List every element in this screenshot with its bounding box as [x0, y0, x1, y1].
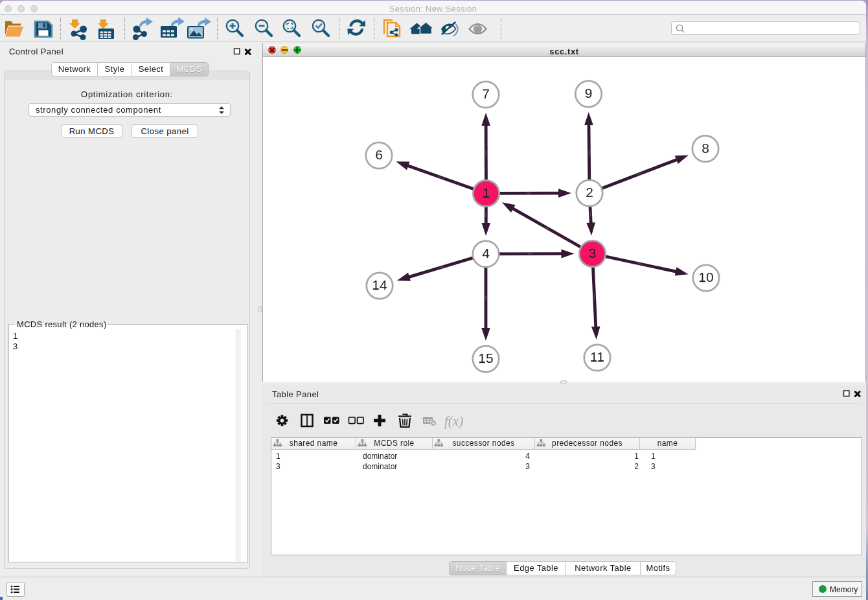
svg-text:1: 1: [483, 185, 490, 200]
svg-text:4: 4: [482, 246, 490, 260]
svg-text:2: 2: [586, 185, 593, 200]
svg-text:8: 8: [702, 141, 709, 156]
svg-text:14: 14: [372, 277, 387, 292]
svg-text:11: 11: [590, 349, 604, 364]
svg-text:7: 7: [482, 86, 490, 101]
svg-text:15: 15: [478, 351, 493, 365]
svg-text:10: 10: [698, 270, 713, 284]
svg-text:f(x): f(x): [444, 413, 463, 429]
svg-text:3: 3: [589, 246, 597, 260]
svg-text:9: 9: [585, 86, 593, 100]
svg-text:6: 6: [375, 147, 383, 162]
